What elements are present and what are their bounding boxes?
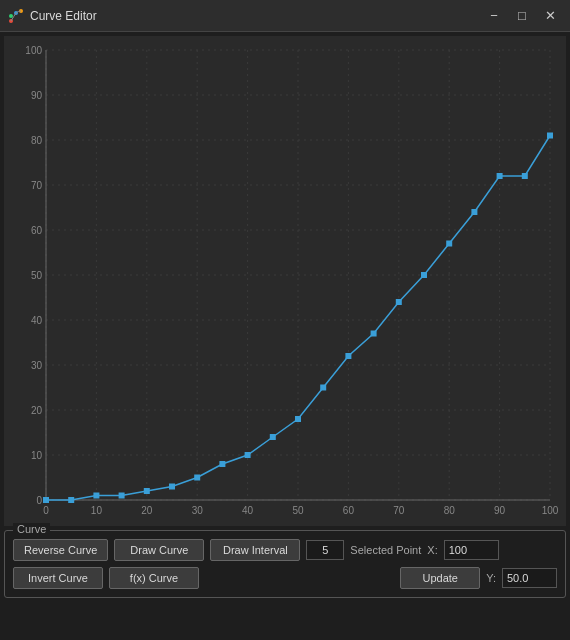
close-button[interactable]: ✕ <box>538 6 562 26</box>
minimize-button[interactable]: − <box>482 6 506 26</box>
x-label: X: <box>427 544 437 556</box>
reverse-curve-button[interactable]: Reverse Curve <box>13 539 108 561</box>
y-label: Y: <box>486 572 496 584</box>
draw-interval-button[interactable]: Draw Interval <box>210 539 300 561</box>
curve-panel: Curve Reverse Curve Draw Curve Draw Inte… <box>4 530 566 598</box>
y-input[interactable] <box>502 568 557 588</box>
svg-point-1 <box>9 14 13 18</box>
fx-curve-button[interactable]: f(x) Curve <box>109 567 199 589</box>
chart-area[interactable] <box>4 36 566 526</box>
draw-interval-input[interactable] <box>306 540 344 560</box>
window-controls: − □ ✕ <box>482 6 562 26</box>
button-row-1: Reverse Curve Draw Curve Draw Interval S… <box>13 539 557 561</box>
invert-curve-button[interactable]: Invert Curve <box>13 567 103 589</box>
title-bar: Curve Editor − □ ✕ <box>0 0 570 32</box>
selected-point-label: Selected Point <box>350 544 421 556</box>
curve-canvas[interactable] <box>4 36 566 526</box>
app-icon <box>8 8 24 24</box>
draw-curve-button[interactable]: Draw Curve <box>114 539 204 561</box>
update-button[interactable]: Update <box>400 567 480 589</box>
button-row-2: Invert Curve f(x) Curve Update Y: <box>13 567 557 589</box>
x-input[interactable] <box>444 540 499 560</box>
panel-label: Curve <box>13 523 50 535</box>
window-title: Curve Editor <box>30 9 482 23</box>
maximize-button[interactable]: □ <box>510 6 534 26</box>
